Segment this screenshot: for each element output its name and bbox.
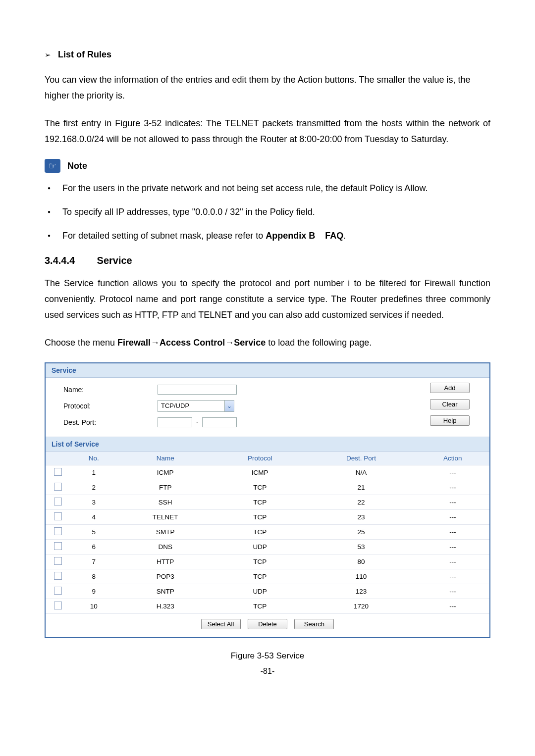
section-title: Service bbox=[97, 255, 132, 266]
cell-port: 22 bbox=[306, 495, 416, 510]
col-protocol: Protocol bbox=[214, 452, 306, 465]
cell-port: 23 bbox=[306, 510, 416, 525]
table-row: 8POP3TCP110--- bbox=[46, 569, 489, 584]
cell-name: DNS bbox=[117, 540, 214, 554]
service-table: No. Name Protocol Dest. Port Action 1ICM… bbox=[46, 452, 489, 614]
cell-no: 4 bbox=[70, 510, 117, 525]
bullet-2: To specify all IP addresses, type "0.0.0… bbox=[45, 204, 490, 219]
port-from-input[interactable] bbox=[158, 417, 192, 427]
bullet-3: For detailed setting of subnet mask, ple… bbox=[45, 228, 490, 243]
cell-action: --- bbox=[416, 540, 489, 554]
cell-protocol: ICMP bbox=[214, 465, 306, 480]
cell-name: FTP bbox=[117, 480, 214, 495]
paragraph-2: The first entry in Figure 3-52 indicates… bbox=[45, 115, 490, 147]
search-button[interactable]: Search bbox=[294, 619, 334, 629]
cell-no: 2 bbox=[70, 480, 117, 495]
table-row: 9SNTPUDP123--- bbox=[46, 584, 489, 599]
table-row: 2FTPTCP21--- bbox=[46, 480, 489, 495]
bullet-3-prefix: For detailed setting of subnet mask, ple… bbox=[62, 231, 266, 241]
bullet-3-bold1: Appendix B bbox=[266, 231, 315, 241]
chevron-down-icon: ⌄ bbox=[224, 401, 234, 411]
cell-name: SMTP bbox=[117, 525, 214, 540]
cell-port: 1720 bbox=[306, 599, 416, 614]
delete-button[interactable]: Delete bbox=[248, 619, 287, 629]
cell-action: --- bbox=[416, 584, 489, 599]
bullet-1: For the users in the private network and… bbox=[45, 181, 490, 196]
table-row: 4TELNETTCP23--- bbox=[46, 510, 489, 525]
row-checkbox[interactable] bbox=[54, 483, 62, 491]
rules-heading: ➢ List of Rules bbox=[45, 50, 490, 60]
select-all-button[interactable]: Select All bbox=[201, 619, 241, 629]
clear-button[interactable]: Clear bbox=[430, 399, 470, 409]
cell-no: 6 bbox=[70, 540, 117, 554]
bullet-3-suffix: . bbox=[343, 231, 346, 241]
cell-protocol: TCP bbox=[214, 599, 306, 614]
arrow-icon: ➢ bbox=[45, 50, 55, 59]
cell-no: 10 bbox=[70, 599, 117, 614]
cell-port: 53 bbox=[306, 540, 416, 554]
cell-protocol: TCP bbox=[214, 569, 306, 584]
section-heading: 3.4.4.4 Service bbox=[45, 255, 490, 266]
cell-action: --- bbox=[416, 480, 489, 495]
cell-name: SNTP bbox=[117, 584, 214, 599]
note-row: ☞ Note bbox=[45, 159, 490, 173]
cell-protocol: UDP bbox=[214, 584, 306, 599]
table-row: 6DNSUDP53--- bbox=[46, 540, 489, 554]
cell-action: --- bbox=[416, 525, 489, 540]
paragraph-1: You can view the information of the entr… bbox=[45, 72, 490, 103]
cell-protocol: TCP bbox=[214, 525, 306, 540]
row-checkbox[interactable] bbox=[54, 498, 62, 505]
para4-bold: Firewall→Access Control→Service bbox=[117, 338, 266, 348]
figure-caption: Figure 3-53 Service bbox=[45, 651, 490, 661]
table-row: 10H.323TCP1720--- bbox=[46, 599, 489, 614]
cell-no: 9 bbox=[70, 584, 117, 599]
col-action: Action bbox=[416, 452, 489, 465]
cell-port: 80 bbox=[306, 554, 416, 569]
help-button[interactable]: Help bbox=[430, 415, 470, 426]
cell-name: TELNET bbox=[117, 510, 214, 525]
cell-no: 3 bbox=[70, 495, 117, 510]
name-input[interactable] bbox=[158, 385, 237, 395]
cell-action: --- bbox=[416, 554, 489, 569]
cell-port: N/A bbox=[306, 465, 416, 480]
row-checkbox[interactable] bbox=[54, 572, 62, 580]
row-checkbox[interactable] bbox=[54, 587, 62, 595]
row-checkbox[interactable] bbox=[54, 542, 62, 550]
service-panel: Service Name: Add Protocol: TCP/UDP ⌄ bbox=[45, 362, 490, 638]
table-row: 3SSHTCP22--- bbox=[46, 495, 489, 510]
add-button[interactable]: Add bbox=[430, 383, 470, 393]
para4-suffix: to load the following page. bbox=[266, 338, 372, 348]
col-port: Dest. Port bbox=[306, 452, 416, 465]
cell-action: --- bbox=[416, 569, 489, 584]
label-port: Dest. Port: bbox=[54, 418, 158, 426]
cell-action: --- bbox=[416, 495, 489, 510]
label-name: Name: bbox=[54, 386, 158, 394]
bullet-3-bold2: FAQ bbox=[325, 231, 343, 241]
cell-port: 21 bbox=[306, 480, 416, 495]
protocol-select[interactable]: TCP/UDP ⌄ bbox=[158, 400, 234, 412]
paragraph-3: The Service function allows you to speci… bbox=[45, 275, 490, 323]
row-checkbox[interactable] bbox=[54, 557, 62, 565]
note-bullets: For the users in the private network and… bbox=[45, 181, 490, 243]
cell-action: --- bbox=[416, 465, 489, 480]
cell-name: SSH bbox=[117, 495, 214, 510]
cell-port: 25 bbox=[306, 525, 416, 540]
paragraph-4: Choose the menu Firewall→Access Control→… bbox=[45, 335, 490, 351]
port-to-input[interactable] bbox=[202, 417, 237, 427]
note-icon: ☞ bbox=[45, 159, 60, 173]
note-label: Note bbox=[67, 161, 87, 171]
cell-name: POP3 bbox=[117, 569, 214, 584]
col-no: No. bbox=[70, 452, 117, 465]
row-checkbox[interactable] bbox=[54, 512, 62, 520]
cell-name: H.323 bbox=[117, 599, 214, 614]
col-name: Name bbox=[117, 452, 214, 465]
cell-no: 8 bbox=[70, 569, 117, 584]
row-checkbox[interactable] bbox=[54, 602, 62, 609]
page-number: -81- bbox=[45, 667, 490, 676]
table-row: 7HTTPTCP80--- bbox=[46, 554, 489, 569]
row-checkbox[interactable] bbox=[54, 468, 62, 476]
table-footer-buttons: Select All Delete Search bbox=[46, 614, 489, 637]
cell-no: 1 bbox=[70, 465, 117, 480]
row-checkbox[interactable] bbox=[54, 527, 62, 535]
list-of-service-title: List of Service bbox=[46, 437, 489, 452]
